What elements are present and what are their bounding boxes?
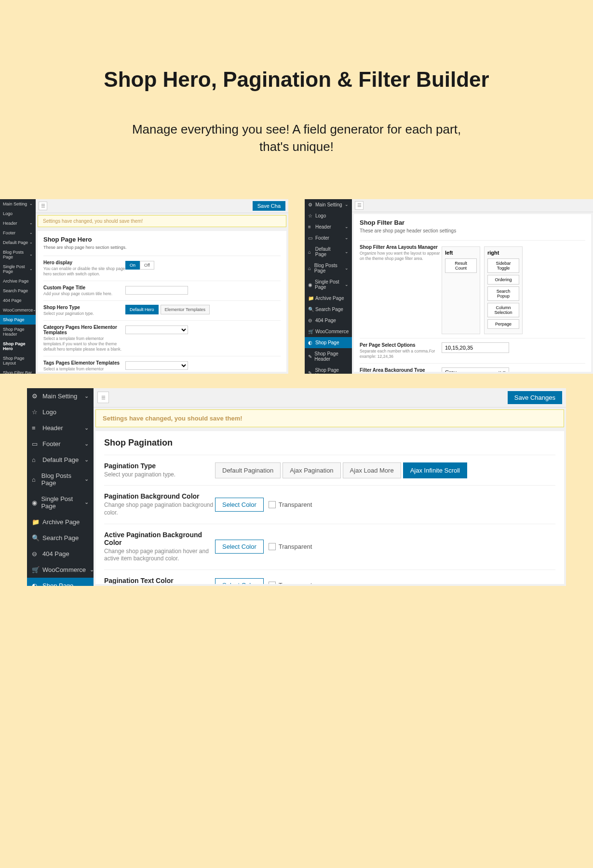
select-color-btn[interactable]: Select Color <box>215 540 264 554</box>
transparent-checkbox[interactable] <box>269 543 276 550</box>
chip[interactable]: Column Selection <box>487 303 519 317</box>
toggle-off[interactable]: Off <box>140 261 154 270</box>
expand-icon[interactable]: ☰ <box>355 201 364 210</box>
sidebar-item[interactable]: Search Page <box>0 286 36 296</box>
sidebar-item-label: 404 Page <box>42 550 69 557</box>
sidebar-item[interactable]: ☆Logo <box>27 404 94 420</box>
field-label: Pagination Text Color <box>104 577 215 584</box>
sidebar-item[interactable]: ✎Shop Page Hero <box>305 365 352 374</box>
save-button[interactable]: Save Changes <box>508 391 562 404</box>
toggle-hero-display[interactable]: OnOff <box>125 261 154 270</box>
toggle-on[interactable]: On <box>125 261 140 270</box>
field-label: Custom Page Title <box>43 285 125 290</box>
field-label: Filter Area Background Type <box>360 367 442 372</box>
sidebar-item[interactable]: ≡Header⌄ <box>27 420 94 436</box>
transparent-label: Transparent <box>279 543 312 550</box>
sidebar-item-label: Main Setting <box>3 202 27 206</box>
sidebar-item[interactable]: ⌂Default Page⌄ <box>27 452 94 468</box>
category-template-select[interactable] <box>125 326 188 334</box>
star-icon: ☆ <box>308 213 313 218</box>
chip[interactable]: Search Popup <box>487 286 519 301</box>
screen-icon: ▭ <box>32 440 39 447</box>
zone-left[interactable]: leftResult Count <box>442 246 480 334</box>
chevron-down-icon: ⌄ <box>345 266 349 271</box>
sidebar-item[interactable]: ◐Shop Page <box>27 578 94 586</box>
pagination-option[interactable]: Ajax Load More <box>343 462 401 478</box>
home-icon: ⌂ <box>32 456 39 463</box>
field-desc: Select your pagination type. <box>104 471 215 479</box>
sidebar-item[interactable]: ⌂Blog Posts Page⌄ <box>305 260 352 276</box>
sidebar-item[interactable]: ⌂Default Page⌄ <box>305 244 352 260</box>
chevron-down-icon: ⌄ <box>29 267 33 271</box>
sidebar-item[interactable]: ▭Footer⌄ <box>305 232 352 244</box>
chip[interactable]: Sidebar Toggle <box>487 258 519 273</box>
sidebar-item[interactable]: 📁Archive Page <box>305 293 352 304</box>
search-icon: 🔍 <box>32 534 39 541</box>
chevron-down-icon: ⌄ <box>345 249 349 254</box>
sidebar-item[interactable]: Default Page⌄ <box>0 238 36 247</box>
pagination-option[interactable]: Ajax Infinite Scroll <box>403 462 467 478</box>
sidebar-item-label: Blog Posts Page <box>3 250 29 259</box>
sidebar-item[interactable]: ✎Shop Page Header <box>305 348 352 365</box>
bg-type-select[interactable]: Gray× ▾ <box>442 367 509 372</box>
select-color-btn[interactable]: Select Color <box>215 578 264 584</box>
save-button[interactable]: Save Cha <box>253 201 285 211</box>
chevron-down-icon: ⌄ <box>84 476 89 482</box>
zone-right[interactable]: rightSidebar ToggleOrderingSearch PopupC… <box>484 246 523 334</box>
sidebar-item[interactable]: WooCommerce⌄ <box>0 305 36 315</box>
sidebar-item[interactable]: Footer⌄ <box>0 228 36 238</box>
sidebar-item[interactable]: 🛒WooCommerce⌄ <box>305 326 352 337</box>
expand-icon[interactable]: ☰ <box>97 392 109 403</box>
pagination-option[interactable]: Ajax Pagination <box>283 462 340 478</box>
sidebar-item-label: Search Page <box>3 288 28 293</box>
sidebar-item[interactable]: Shop Page Header <box>0 325 36 339</box>
chip[interactable]: Ordering <box>487 275 519 285</box>
sidebar-item[interactable]: Archive Page <box>0 276 36 286</box>
custom-title-input[interactable] <box>125 286 188 295</box>
star-icon: ☆ <box>32 408 39 415</box>
sidebar-item[interactable]: ⊖404 Page <box>27 546 94 562</box>
transparent-checkbox[interactable] <box>269 582 276 584</box>
sidebar-item[interactable]: Main Setting⌄ <box>0 199 36 209</box>
sidebar-item-label: Search Page <box>315 307 343 312</box>
sidebar-item[interactable]: Shop Page Layout <box>0 353 36 368</box>
sidebar-item[interactable]: ◉Single Post Page⌄ <box>27 491 94 514</box>
tag-template-select[interactable] <box>125 361 188 370</box>
sidebar-item[interactable]: ≡Header⌄ <box>305 221 352 232</box>
chevron-down-icon: ⌄ <box>29 231 33 235</box>
sidebar-item[interactable]: 🔍Search Page <box>305 304 352 315</box>
sidebar-item[interactable]: Single Post Page⌄ <box>0 262 36 276</box>
sidebar-item[interactable]: ⌂Blog Posts Page⌄ <box>27 468 94 491</box>
chip[interactable]: Result Count <box>445 258 477 273</box>
select-color-btn[interactable]: Select Color <box>215 498 264 512</box>
sidebar-item[interactable]: Shop Filter Bar <box>0 368 36 374</box>
pagination-option[interactable]: Default Pagination <box>215 462 281 478</box>
field-desc: Select a template from elementor templat… <box>43 366 125 372</box>
sidebar-item[interactable]: 404 Page <box>0 296 36 305</box>
sidebar-pagination: ⚙Main Setting⌄☆Logo≡Header⌄▭Footer⌄⌂Defa… <box>27 388 94 586</box>
section-desc: These are shop page hero section setting… <box>43 245 281 250</box>
opt-default-hero[interactable]: Default Hero <box>125 305 159 314</box>
transparent-checkbox[interactable] <box>269 501 276 508</box>
sidebar-item[interactable]: Logo <box>0 209 36 218</box>
opt-elementor[interactable]: Elementor Templates <box>161 305 210 314</box>
sidebar-item[interactable]: Shop Page Hero <box>0 339 36 353</box>
sidebar-item[interactable]: ▭Footer⌄ <box>27 436 94 452</box>
chip[interactable]: Perpage <box>487 319 519 329</box>
sidebar-item[interactable]: 🔍Search Page <box>27 530 94 546</box>
sidebar-item[interactable]: ☆Logo <box>305 210 352 221</box>
sidebar-item[interactable]: ⚙Main Setting⌄ <box>305 199 352 210</box>
sidebar-item[interactable]: Blog Posts Page⌄ <box>0 247 36 262</box>
sidebar-item-label: Blog Posts Page <box>314 263 342 273</box>
sidebar-item[interactable]: ⊖404 Page <box>305 315 352 326</box>
section-title: Shop Page Hero <box>43 236 281 243</box>
sidebar-item[interactable]: ◉Single Post Page⌄ <box>305 276 352 293</box>
expand-icon[interactable]: ☰ <box>39 202 47 210</box>
sidebar-item[interactable]: Header⌄ <box>0 218 36 228</box>
sidebar-item[interactable]: Shop Page <box>0 315 36 325</box>
perpage-input[interactable] <box>442 342 509 353</box>
sidebar-item[interactable]: ◐Shop Page <box>305 337 352 348</box>
sidebar-item[interactable]: 🛒WooCommerce⌄ <box>27 562 94 578</box>
sidebar-item[interactable]: ⚙Main Setting⌄ <box>27 388 94 404</box>
sidebar-item[interactable]: 📁Archive Page <box>27 514 94 530</box>
